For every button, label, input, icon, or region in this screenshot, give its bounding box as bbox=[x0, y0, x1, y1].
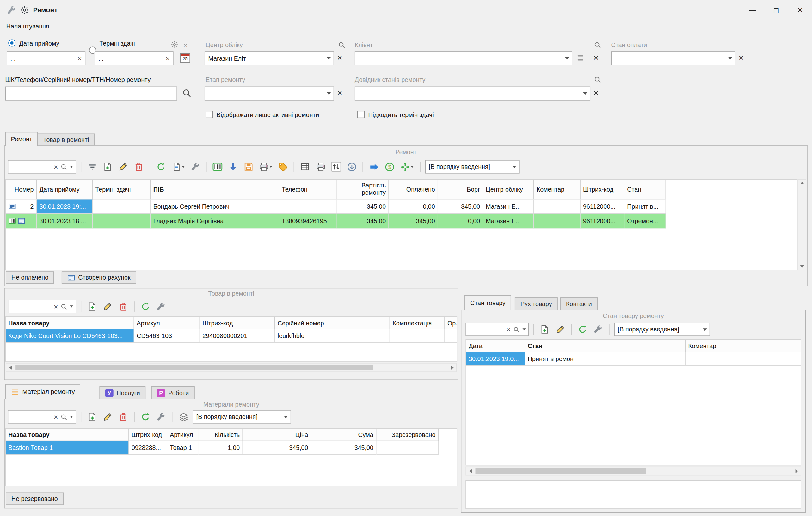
center-search-icon[interactable] bbox=[338, 41, 345, 49]
col-goods-sku[interactable]: Артикул bbox=[134, 317, 200, 329]
col-state[interactable]: Стан bbox=[625, 179, 666, 199]
col-full-name[interactable]: ПІБ bbox=[151, 179, 279, 199]
payment-clear-button[interactable]: × bbox=[738, 53, 744, 63]
scroll-left-icon[interactable] bbox=[466, 467, 474, 475]
search-options-chevron-icon[interactable] bbox=[70, 306, 73, 308]
only-active-checkbox[interactable] bbox=[206, 111, 213, 118]
payment-button[interactable] bbox=[383, 161, 396, 173]
state-comment-box[interactable] bbox=[465, 480, 801, 509]
stage-clear-button[interactable]: × bbox=[337, 88, 342, 98]
grid-view-button[interactable] bbox=[299, 161, 311, 173]
barcode-button[interactable] bbox=[211, 161, 224, 173]
repair-row-2[interactable]: 30.01.2023 18:... Гладких Марія Сергіївн… bbox=[6, 214, 666, 228]
refresh-button[interactable] bbox=[576, 323, 589, 336]
close-button[interactable]: × bbox=[788, 0, 812, 20]
radio-receive-date[interactable] bbox=[8, 39, 16, 47]
legend-not-paid[interactable]: Не оплачено bbox=[6, 271, 54, 284]
scroll-up-icon[interactable] bbox=[800, 182, 804, 184]
col-material-qty[interactable]: Кількість bbox=[198, 429, 243, 441]
chevron-down-icon[interactable] bbox=[726, 52, 735, 65]
scrollbar-thumb[interactable] bbox=[16, 365, 373, 370]
service-button[interactable] bbox=[155, 411, 167, 423]
state-search[interactable]: × bbox=[465, 322, 529, 336]
tab-goods-movement[interactable]: Рух товару bbox=[515, 297, 558, 310]
repair-states-select[interactable] bbox=[355, 87, 590, 101]
legend-invoice-created[interactable]: Створено рахунок bbox=[62, 271, 136, 284]
minimize-button[interactable]: — bbox=[741, 0, 764, 20]
col-goods-completeness[interactable]: Комплектація bbox=[390, 317, 445, 329]
col-material-reserved[interactable]: Зарезервовано bbox=[377, 429, 439, 441]
download-button[interactable] bbox=[345, 161, 358, 173]
date-from-clear-icon[interactable]: × bbox=[78, 55, 82, 62]
col-material-sku[interactable]: Артикул bbox=[167, 429, 198, 441]
add-button[interactable] bbox=[86, 300, 98, 313]
refresh-button[interactable] bbox=[155, 161, 167, 173]
save-button[interactable] bbox=[242, 161, 255, 173]
col-state-state[interactable]: Стан bbox=[525, 340, 686, 352]
chevron-down-icon[interactable] bbox=[324, 52, 333, 65]
layers-button[interactable] bbox=[177, 411, 190, 423]
repair-row-1[interactable]: 2 30.01.2023 19:... Бондарь Сергей Петро… bbox=[6, 200, 666, 214]
materials-search[interactable]: × bbox=[8, 410, 76, 424]
col-goods-serial[interactable]: Серійний номер bbox=[275, 317, 390, 329]
col-center[interactable]: Центр обліку bbox=[483, 179, 534, 199]
payment-state-select[interactable] bbox=[611, 51, 735, 65]
import-button[interactable] bbox=[227, 161, 239, 173]
print-menu-button[interactable] bbox=[258, 161, 273, 173]
tag-button[interactable] bbox=[277, 161, 289, 173]
tab-contacts[interactable]: Контакти bbox=[560, 297, 598, 310]
center-clear-button[interactable]: × bbox=[337, 53, 342, 63]
refresh-button[interactable] bbox=[140, 300, 152, 313]
col-goods-extra[interactable]: Ор... bbox=[445, 317, 457, 329]
search-icon[interactable] bbox=[61, 164, 67, 170]
search-icon[interactable] bbox=[61, 303, 67, 310]
client-search-icon[interactable] bbox=[594, 41, 601, 49]
repairs-order-select[interactable]: [В порядку введення] bbox=[425, 160, 520, 174]
client-clear-button[interactable]: × bbox=[593, 53, 599, 63]
chevron-down-icon[interactable] bbox=[562, 52, 572, 65]
col-material-price[interactable]: Ціна bbox=[243, 429, 311, 441]
col-state-comment[interactable]: Коментар bbox=[686, 340, 801, 352]
col-material-barcode[interactable]: Штрих-код bbox=[129, 429, 167, 441]
edit-button[interactable] bbox=[117, 161, 129, 173]
scroll-down-icon[interactable] bbox=[800, 265, 804, 268]
move-button[interactable] bbox=[399, 161, 415, 173]
chevron-down-icon[interactable] bbox=[510, 161, 519, 173]
col-due-date[interactable]: Термін здачі bbox=[93, 179, 150, 199]
clear-icon[interactable]: × bbox=[54, 303, 58, 310]
materials-order-select[interactable]: [В порядку введення] bbox=[193, 410, 291, 424]
delete-button[interactable] bbox=[133, 161, 145, 173]
col-phone[interactable]: Телефон bbox=[279, 179, 337, 199]
col-goods-name[interactable]: Назва товару bbox=[6, 317, 134, 329]
barcode-search-input[interactable] bbox=[5, 87, 177, 101]
material-row-1[interactable]: Bastion Товар 1 0928288... Товар 1 1,00 … bbox=[6, 441, 439, 455]
clear-icon[interactable]: × bbox=[54, 163, 58, 170]
delete-button[interactable] bbox=[117, 411, 129, 423]
search-options-chevron-icon[interactable] bbox=[70, 166, 73, 168]
service-button[interactable] bbox=[189, 161, 201, 173]
chevron-down-icon[interactable] bbox=[700, 323, 709, 336]
state-row-1[interactable]: 30.01.2023 19:0... Принят в ремонт bbox=[466, 352, 801, 366]
edit-button[interactable] bbox=[102, 300, 114, 313]
repairs-vscrollbar[interactable] bbox=[798, 179, 806, 270]
add-button[interactable] bbox=[86, 411, 98, 423]
print-list-button[interactable] bbox=[314, 161, 327, 173]
service-button[interactable] bbox=[592, 323, 604, 336]
goods-search[interactable]: × bbox=[8, 300, 76, 313]
filter-button[interactable] bbox=[86, 161, 98, 173]
tab-goods-state[interactable]: Стан товару bbox=[464, 295, 511, 310]
scroll-left-icon[interactable] bbox=[6, 364, 14, 372]
calendar-button[interactable]: 25 bbox=[180, 53, 190, 63]
scroll-right-icon[interactable] bbox=[448, 364, 456, 372]
scroll-right-icon[interactable] bbox=[792, 467, 801, 475]
chevron-down-icon[interactable] bbox=[324, 87, 333, 100]
chevron-down-icon[interactable] bbox=[281, 411, 290, 423]
tab-repair[interactable]: Ремонт bbox=[5, 132, 38, 146]
service-button[interactable] bbox=[155, 300, 167, 313]
goods-hscrollbar[interactable] bbox=[6, 363, 457, 372]
client-list-icon[interactable] bbox=[576, 54, 585, 62]
legend-not-reserved[interactable]: Не резервовано bbox=[6, 493, 63, 505]
col-cost[interactable]: Вартість ремонту bbox=[337, 179, 389, 199]
state-order-select[interactable]: [В порядку введення] bbox=[614, 322, 710, 336]
delete-button[interactable] bbox=[117, 300, 129, 313]
